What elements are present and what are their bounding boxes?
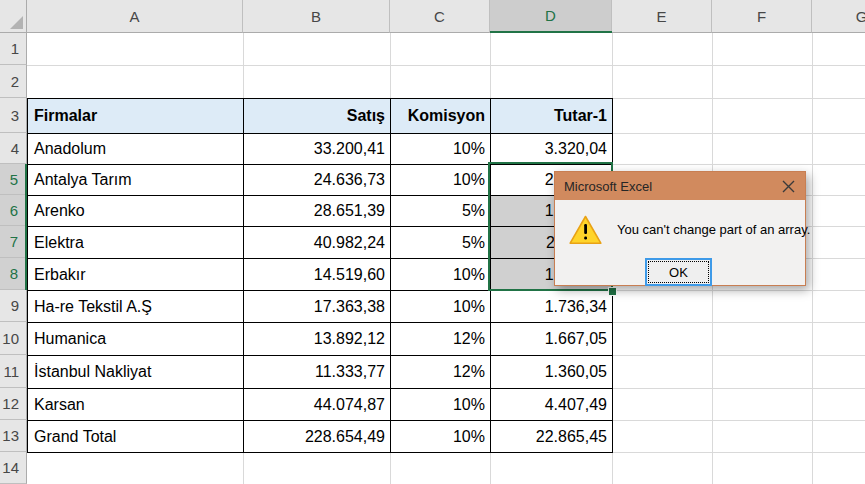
cell-D10[interactable]: 1.667,05 [490,322,613,356]
row-header-4[interactable]: 4 [0,133,27,164]
cell-C3[interactable]: Komisyon [390,98,491,134]
cell-B9[interactable]: 17.363,38 [243,290,391,323]
cell-B10[interactable]: 13.892,12 [243,322,391,356]
column-header-C[interactable]: C [390,0,490,33]
row-header-13[interactable]: 13 [0,420,27,452]
row-header-6[interactable]: 6 [0,195,27,226]
cell-D4[interactable]: 3.320,04 [490,133,613,165]
row-header-10[interactable]: 10 [0,322,27,355]
cell-B4[interactable]: 33.200,41 [243,133,391,165]
cell-C11[interactable]: 12% [390,355,491,389]
row-header-12[interactable]: 12 [0,388,27,420]
column-header-B[interactable]: B [243,0,390,33]
selected-rows-accent [25,164,27,290]
dialog-title: Microsoft Excel [555,179,652,194]
cell-B8[interactable]: 14.519,60 [243,258,391,291]
cell-C8[interactable]: 10% [390,258,491,291]
cell-A3[interactable]: Firmalar [27,98,244,134]
cell-A10[interactable]: Humanica [27,322,244,356]
cell-C9[interactable]: 10% [390,290,491,323]
select-all-triangle [10,16,23,29]
selected-column-accent [490,31,612,33]
row-header-14[interactable]: 14 [0,452,27,484]
cell-D3[interactable]: Tutar-1 [490,98,613,134]
gridline-horizontal [27,65,865,66]
cell-C6[interactable]: 5% [390,195,491,227]
cell-A5[interactable]: Antalya Tarım [27,164,244,196]
row-header-5[interactable]: 5 [0,164,27,195]
column-header-A[interactable]: A [27,0,243,33]
select-all-box[interactable] [0,0,27,33]
warning-icon [569,215,602,249]
cell-A7[interactable]: Elektra [27,226,244,259]
cell-A6[interactable]: Arenko [27,195,244,227]
cell-A8[interactable]: Erbakır [27,258,244,291]
row-header-3[interactable]: 3 [0,98,27,133]
excel-window: ABCDEFG1234567891011121314FirmalarSatışK… [0,0,865,484]
close-icon[interactable] [777,176,799,196]
cell-D12[interactable]: 4.407,49 [490,388,613,421]
cell-B6[interactable]: 28.651,39 [243,195,391,227]
row-header-11[interactable]: 11 [0,355,27,388]
row-header-9[interactable]: 9 [0,290,27,322]
row-header-2[interactable]: 2 [0,65,27,98]
dialog-message: You can't change part of an array. [617,200,810,258]
cell-B3[interactable]: Satış [243,98,391,134]
row-header-8[interactable]: 8 [0,258,27,290]
cell-A9[interactable]: Ha-re Tekstil A.Ş [27,290,244,323]
ok-button-label: OK [669,265,688,280]
alert-dialog: Microsoft Excel You can't change part of… [554,171,806,286]
cell-A12[interactable]: Karsan [27,388,244,421]
cell-C12[interactable]: 10% [390,388,491,421]
cell-D13[interactable]: 22.865,45 [490,420,613,453]
cell-D11[interactable]: 1.360,05 [490,355,613,389]
cell-A4[interactable]: Anadolum [27,133,244,165]
cell-A13[interactable]: Grand Total [27,420,244,453]
cell-B13[interactable]: 228.654,49 [243,420,391,453]
row-header-7[interactable]: 7 [0,226,27,258]
fill-handle[interactable] [608,287,617,296]
cell-C10[interactable]: 12% [390,322,491,356]
cell-C5[interactable]: 10% [390,164,491,196]
cell-B12[interactable]: 44.074,87 [243,388,391,421]
cell-B7[interactable]: 40.982,24 [243,226,391,259]
column-header-F[interactable]: F [712,0,812,33]
dialog-titlebar[interactable]: Microsoft Excel [555,172,805,200]
row-header-1[interactable]: 1 [0,33,27,65]
cell-A11[interactable]: İstanbul Nakliyat [27,355,244,389]
cell-B5[interactable]: 24.636,73 [243,164,391,196]
cell-C4[interactable]: 10% [390,133,491,165]
column-header-D[interactable]: D [490,0,612,33]
dialog-body: You can't change part of an array. OK [555,200,805,285]
cell-C7[interactable]: 5% [390,226,491,259]
column-header-G[interactable]: G [812,0,865,33]
ok-button[interactable]: OK [645,258,712,286]
column-header-E[interactable]: E [612,0,712,33]
cell-C13[interactable]: 10% [390,420,491,453]
cell-D9[interactable]: 1.736,34 [490,290,613,323]
cell-B11[interactable]: 11.333,77 [243,355,391,389]
